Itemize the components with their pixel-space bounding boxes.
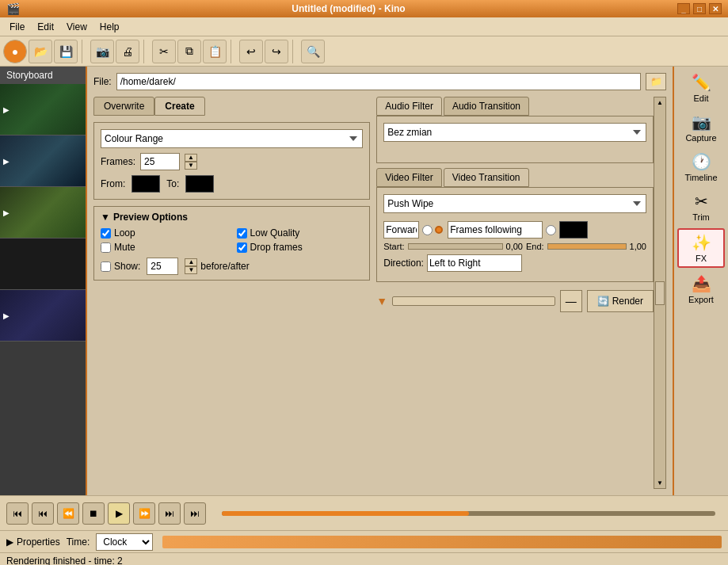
transition-color-swatch[interactable] xyxy=(559,221,588,239)
play-button[interactable]: ▶ xyxy=(108,502,130,525)
edit-button[interactable]: ✏️ Edit xyxy=(677,70,725,106)
storyboard-item-1[interactable]: ▶ xyxy=(0,84,86,136)
mute-checkbox[interactable] xyxy=(101,242,111,253)
create-tab[interactable]: Create xyxy=(154,97,204,116)
clock-select[interactable]: Clock Frames SMPTE xyxy=(96,533,153,551)
toolbar-copy-button[interactable]: ⧉ xyxy=(177,40,201,63)
show-down-button[interactable]: ▼ xyxy=(185,266,197,274)
from-color-button[interactable] xyxy=(131,175,160,193)
storyboard-item-4[interactable] xyxy=(0,239,86,290)
close-button[interactable]: ✕ xyxy=(709,3,722,14)
overwrite-tab[interactable]: Overwrite xyxy=(93,97,154,116)
toolbar-zoom-button[interactable]: 🔍 xyxy=(301,40,325,63)
properties-link[interactable]: ▶ Properties xyxy=(6,536,60,548)
fast-forward-button[interactable]: ⏩ xyxy=(133,502,155,525)
storyboard-item-3[interactable]: ▶ xyxy=(0,187,86,239)
frames-following-select[interactable]: Frames following Frames xyxy=(448,221,543,239)
video-transition-tab[interactable]: Video Transition xyxy=(444,168,529,187)
end-slider[interactable] xyxy=(547,243,627,250)
render-progress-bar xyxy=(162,536,722,548)
minimize-button[interactable]: _ xyxy=(677,3,690,14)
toolbar-paste-button[interactable]: 📋 xyxy=(203,40,227,63)
toolbar-capture-button[interactable]: 📷 xyxy=(90,40,114,63)
preview-section: ▼ Preview Options Loop Low Quality xyxy=(93,206,370,281)
filter-scrollbar[interactable]: ▲ ▼ xyxy=(654,97,666,489)
color-radio[interactable] xyxy=(546,225,556,235)
toolbar-print-button[interactable]: 🖨 xyxy=(116,40,139,63)
folder-browse-button[interactable]: 📁 xyxy=(646,73,666,90)
colour-range-select[interactable]: Colour Range None Full xyxy=(101,129,363,148)
toolbar-undo-button[interactable]: ↩ xyxy=(239,40,263,63)
storyboard-item-2[interactable]: ▶ xyxy=(0,136,86,187)
drop-frames-checkbox[interactable] xyxy=(237,242,247,253)
menu-edit[interactable]: Edit xyxy=(31,20,60,34)
to-color-button[interactable] xyxy=(185,175,214,193)
timeline-button[interactable]: 🕐 Timeline xyxy=(677,149,725,185)
bottom-bar: ▼ — 🔄 Render xyxy=(376,287,654,315)
scroll-up-icon[interactable]: ▲ xyxy=(657,99,663,106)
scroll-down-icon[interactable]: ▼ xyxy=(657,479,663,487)
frames-down-button[interactable]: ▼ xyxy=(185,162,197,170)
render-label: Render xyxy=(612,296,643,307)
loop-checkbox[interactable] xyxy=(101,228,111,239)
color-radio-option xyxy=(546,225,556,235)
toolbar-separator-2 xyxy=(143,40,148,63)
export-button[interactable]: 📤 Export xyxy=(677,271,725,307)
frames-input[interactable] xyxy=(140,153,180,170)
start-slider[interactable] xyxy=(408,243,503,250)
maximize-button[interactable]: □ xyxy=(693,3,706,14)
trim-icon: ✂ xyxy=(695,192,708,211)
toolbar-record-button[interactable]: ● xyxy=(3,40,27,63)
toolbar-redo-button[interactable]: ↪ xyxy=(265,40,288,63)
toolbar-open-button[interactable]: 📂 xyxy=(29,40,52,63)
preview-collapse-icon: ▼ xyxy=(101,212,110,223)
frames-following-radio[interactable] xyxy=(422,225,433,235)
fx-button[interactable]: ✨ FX xyxy=(677,228,725,268)
audio-tab-bar: Audio Filter Audio Transition xyxy=(376,97,654,116)
step-back-button[interactable]: ⏮ xyxy=(32,502,54,525)
capture-button[interactable]: 📷 Capture xyxy=(677,109,725,146)
video-filter-tab[interactable]: Video Filter xyxy=(376,168,441,187)
frames-up-button[interactable]: ▲ xyxy=(185,154,197,162)
audio-transition-tab[interactable]: Audio Transition xyxy=(444,97,529,116)
toolbar-separator-4 xyxy=(292,40,297,63)
transport-progress-slider[interactable] xyxy=(222,511,715,516)
trim-button[interactable]: ✂ Trim xyxy=(677,189,725,225)
trim-label: Trim xyxy=(692,212,710,222)
bottom-collapse-icon[interactable]: ▼ xyxy=(376,295,387,307)
show-up-button[interactable]: ▲ xyxy=(185,258,197,266)
menu-file[interactable]: File xyxy=(3,20,31,34)
rewind-button[interactable]: ⏪ xyxy=(57,502,79,525)
goto-start-button[interactable]: ⏮ xyxy=(6,502,29,525)
toolbar-cut-button[interactable]: ✂ xyxy=(152,40,176,63)
step-forward-button[interactable]: ⏭ xyxy=(158,502,181,525)
menu-view[interactable]: View xyxy=(60,20,93,34)
audio-filter-tab[interactable]: Audio Filter xyxy=(376,97,442,116)
render-button[interactable]: 🔄 Render xyxy=(587,290,654,312)
drop-frames-label: Drop frames xyxy=(250,242,303,253)
frames-following-icon xyxy=(435,226,443,234)
preview-title[interactable]: ▼ Preview Options xyxy=(101,212,363,223)
file-path-input[interactable] xyxy=(116,73,641,90)
direction-select[interactable]: Left to Right Right to Left Top to Botto… xyxy=(427,254,522,272)
edit-icon: ✏️ xyxy=(692,73,711,92)
bottom-progress-bar xyxy=(392,296,555,306)
show-value-input[interactable] xyxy=(147,258,178,275)
inner-tab-bar: Overwrite Create xyxy=(93,97,370,116)
show-checkbox[interactable] xyxy=(101,262,111,272)
audio-filter-select[interactable]: Bez zmian None Custom xyxy=(383,123,646,142)
right-filter-panel: Audio Filter Audio Transition Bez zmian … xyxy=(376,97,654,489)
menu-help[interactable]: Help xyxy=(93,20,126,34)
dash-button[interactable]: — xyxy=(560,290,582,312)
storyboard-item-5[interactable]: ▶ xyxy=(0,290,86,342)
window-title: Untitled (modified) - Kino xyxy=(292,3,405,14)
goto-end-button[interactable]: ⏭ xyxy=(184,502,206,525)
color-from-to-row: From: To: xyxy=(101,175,363,193)
menu-bar: File Edit View Help xyxy=(0,17,728,36)
file-label: File: xyxy=(93,76,112,87)
push-wipe-select[interactable]: Push Wipe None Dissolve xyxy=(383,194,646,213)
toolbar-save-button[interactable]: 💾 xyxy=(54,40,78,63)
low-quality-checkbox[interactable] xyxy=(237,228,247,239)
forward-select[interactable]: Forward Backward xyxy=(383,221,419,239)
stop-button[interactable]: ⏹ xyxy=(82,502,105,525)
